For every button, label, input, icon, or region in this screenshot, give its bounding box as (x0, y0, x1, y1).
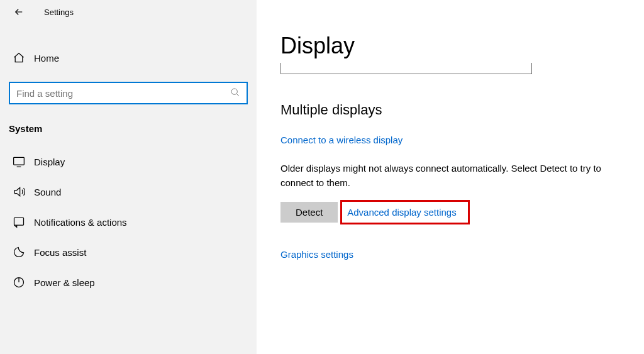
search-box[interactable] (9, 82, 248, 104)
notifications-icon (9, 216, 29, 228)
detect-button[interactable]: Detect (280, 202, 338, 223)
sidebar-header: Settings (0, 0, 257, 24)
nav-sound[interactable]: Sound (0, 177, 257, 207)
power-icon (9, 276, 29, 289)
search-input[interactable] (16, 88, 230, 99)
nav-focus[interactable]: Focus assist (0, 237, 257, 267)
section-title: System (9, 123, 257, 134)
home-icon (9, 52, 29, 64)
detect-description: Older displays might not always connect … (280, 162, 635, 190)
display-arrangement-diagram[interactable] (280, 63, 532, 74)
home-nav[interactable]: Home (0, 45, 257, 70)
graphics-settings-link[interactable]: Graphics settings (280, 249, 353, 260)
connect-wireless-link[interactable]: Connect to a wireless display (280, 135, 402, 145)
sound-icon (9, 185, 29, 198)
svg-rect-1 (14, 157, 25, 165)
home-label: Home (34, 53, 59, 64)
advanced-display-link[interactable]: Advanced display settings (347, 207, 456, 218)
nav-focus-label: Focus assist (34, 247, 86, 258)
nav-display-label: Display (34, 157, 65, 167)
nav-power[interactable]: Power & sleep (0, 267, 257, 297)
focus-icon (9, 246, 29, 258)
nav-notifications-label: Notifications & actions (34, 217, 127, 228)
nav-notifications[interactable]: Notifications & actions (0, 207, 257, 237)
display-icon (9, 155, 29, 168)
back-button[interactable] (9, 2, 29, 22)
search-icon (230, 87, 240, 99)
svg-point-0 (231, 89, 237, 94)
sidebar: Settings Home System Display Sound Notif… (0, 0, 257, 354)
nav-power-label: Power & sleep (34, 277, 95, 288)
main-content: Display Multiple displays Connect to a w… (257, 0, 644, 354)
nav-sound-label: Sound (34, 187, 61, 197)
multiple-displays-heading: Multiple displays (280, 102, 635, 118)
nav-display[interactable]: Display (0, 147, 257, 177)
back-arrow-icon (13, 6, 25, 18)
window-title: Settings (44, 8, 74, 17)
page-title: Display (280, 33, 635, 59)
svg-rect-2 (14, 218, 24, 225)
advanced-link-highlight: Advanced display settings (340, 200, 469, 224)
